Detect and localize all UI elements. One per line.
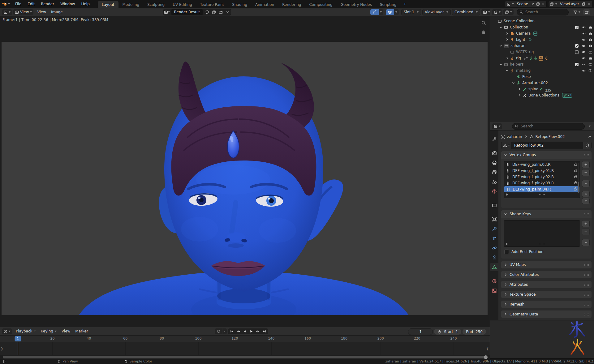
menu-window[interactable]: Window (57, 0, 78, 8)
timeline-channels[interactable] (0, 342, 490, 355)
panel-grip[interactable] (584, 213, 589, 215)
shape-key-specials-button[interactable] (582, 239, 590, 246)
workspace-tab-scripting[interactable]: Scripting (376, 1, 400, 8)
gizmos-dropdown[interactable] (379, 9, 383, 15)
outliner-row-collection[interactable]: Collection (490, 24, 594, 30)
image-name[interactable]: Render Result (171, 9, 203, 15)
outliner-search-input[interactable] (525, 10, 566, 15)
eye-icon[interactable] (582, 25, 586, 29)
pass-dropdown[interactable]: Combined (452, 9, 480, 15)
properties-tab-view-layer[interactable] (490, 168, 498, 176)
auto-keying-toggle[interactable] (215, 328, 222, 334)
properties-tab-data[interactable] (490, 263, 498, 271)
workspace-tab-layout[interactable]: Layout (98, 1, 118, 8)
outliner-row-pose[interactable]: Pose (490, 74, 594, 80)
outliner-row-rig[interactable]: rig (490, 55, 594, 61)
chevron-down-icon[interactable] (499, 44, 503, 48)
eye-icon[interactable] (582, 50, 586, 54)
eye-icon[interactable] (582, 38, 586, 42)
camera-data-icon[interactable] (533, 32, 537, 36)
expand-triangle-icon[interactable] (506, 243, 508, 245)
light-data-icon[interactable] (528, 38, 532, 42)
vertex-group-row[interactable]: DEF-wing_f_pinky.03.R (504, 180, 580, 186)
outliner-filter[interactable] (572, 9, 582, 15)
lock-open-icon[interactable] (574, 181, 578, 185)
menu-help[interactable]: Help (78, 0, 93, 8)
vertex-group-row[interactable]: DEF-wing_f_pinky.01.R (504, 168, 580, 174)
panel-header[interactable]: Remesh (501, 301, 592, 308)
timeline-scrollbar[interactable] (3, 356, 487, 358)
workspace-tab-animation[interactable]: Animation (251, 1, 278, 8)
slot-dropdown[interactable]: Slot 1 (401, 9, 421, 15)
properties-tab-physics[interactable] (490, 244, 498, 252)
workspace-tab-geometry-nodes[interactable]: Geometry Nodes (337, 1, 376, 8)
list-resize-grip[interactable] (542, 194, 542, 195)
properties-tab-texture[interactable] (490, 286, 498, 295)
outliner-row-scene-collection[interactable]: Scene Collection (490, 18, 594, 24)
breadcrumb-data[interactable]: RetopoFlow.002 (536, 135, 565, 139)
timeline-menu-view[interactable]: View (59, 329, 73, 333)
shape-keys-panel-header[interactable]: Shape Keys (501, 210, 592, 218)
workspace-tab-shading[interactable]: Shading (228, 1, 251, 8)
start-frame-field[interactable]: Start1 (434, 329, 461, 335)
panel-grip[interactable] (584, 264, 589, 266)
panel-header[interactable]: Attributes (501, 281, 592, 288)
checkbox-on-icon[interactable] (575, 25, 579, 29)
chevron-right-icon[interactable] (505, 38, 509, 41)
view-layer-selector[interactable]: ViewLayer (548, 1, 592, 7)
panel-grip[interactable] (584, 293, 589, 296)
add-shape-key-button[interactable] (582, 220, 590, 227)
vertex-group-row[interactable]: DEF-wing_f_pinky.02.R (504, 174, 580, 180)
lock-open-icon[interactable] (574, 168, 578, 172)
play-button[interactable] (248, 329, 255, 334)
eye-icon[interactable] (582, 69, 586, 73)
chevron-down-icon[interactable] (499, 25, 503, 29)
panel-header[interactable]: Color Attributes (501, 271, 592, 278)
workspace-tab-uv-editing[interactable]: UV Editing (169, 1, 196, 8)
add-workspace-button[interactable]: + (400, 0, 409, 8)
outliner-row-camera[interactable]: Camera (490, 30, 594, 36)
chevron-down-icon[interactable] (511, 81, 515, 85)
image-mode-dropdown[interactable]: View (13, 9, 33, 15)
pin-icon[interactable] (531, 2, 535, 6)
chevron-down-icon[interactable] (505, 69, 509, 72)
menu-edit[interactable]: Edit (24, 0, 38, 8)
play-reverse-button[interactable] (242, 329, 248, 334)
menu-file[interactable]: File (12, 0, 24, 8)
new-image-button[interactable] (210, 9, 217, 15)
duplicate-icon[interactable] (536, 2, 540, 6)
workspace-tab-modeling[interactable]: Modeling (118, 1, 144, 8)
editor-type-button[interactable] (2, 9, 12, 15)
unlink-image-button[interactable] (224, 9, 231, 15)
panel-header[interactable]: UV Maps (501, 261, 592, 268)
checkbox-off-icon[interactable] (575, 50, 579, 54)
prev-keyframe-button[interactable] (235, 329, 242, 334)
new-collection-button[interactable] (583, 9, 590, 15)
workspace-tab-texture-paint[interactable]: Texture Paint (196, 1, 228, 8)
panel-grip[interactable] (584, 154, 589, 156)
chevron-right-icon[interactable] (518, 87, 521, 91)
close-icon[interactable] (541, 2, 545, 6)
jump-to-end-button[interactable] (261, 329, 268, 334)
timeline-menu-keying[interactable]: Keying (38, 329, 59, 333)
properties-tab-render[interactable] (490, 149, 498, 157)
properties-tab-constraints[interactable] (490, 253, 498, 262)
chevron-right-icon[interactable] (518, 93, 521, 97)
playhead-badge[interactable]: 1 (15, 336, 21, 341)
layer-dropdown[interactable]: ViewLayer (422, 9, 451, 15)
armature-data-icon[interactable] (534, 56, 538, 60)
gizmos-toggle[interactable] (370, 9, 379, 15)
camera-icon[interactable] (588, 38, 592, 42)
datablock-browse[interactable] (501, 142, 512, 149)
vertex-groups-panel-header[interactable]: Vertex Groups (501, 151, 592, 159)
duplicate-icon[interactable] (582, 2, 586, 6)
properties-tab-material[interactable] (490, 277, 498, 285)
overlays-dropdown[interactable] (394, 9, 399, 15)
image-editor-menu-view[interactable]: View (35, 10, 48, 14)
panel-grip[interactable] (584, 303, 589, 306)
eye-closed-icon[interactable] (582, 62, 586, 66)
end-frame-field[interactable]: End250 (463, 329, 486, 335)
lock-open-icon[interactable] (574, 174, 578, 178)
overlays-toggle[interactable] (386, 9, 394, 15)
camera-off-icon[interactable] (588, 69, 592, 73)
